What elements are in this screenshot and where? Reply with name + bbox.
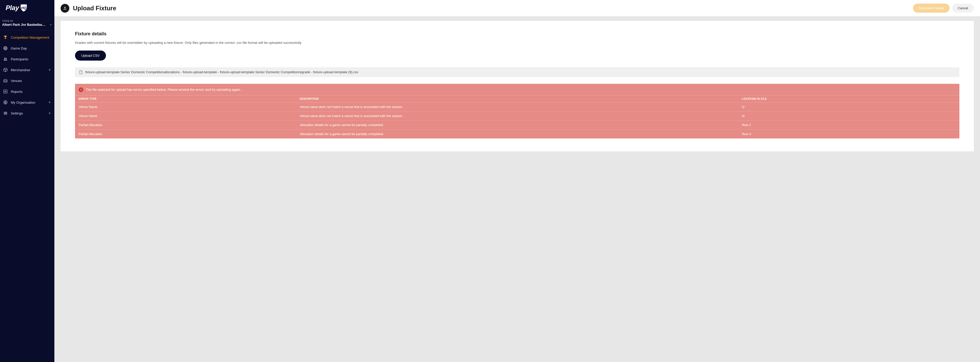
sidebar-item-venues[interactable]: Venues [0,75,54,86]
error-cell-type: Venue Name [75,102,296,112]
svg-point-2 [5,58,6,59]
error-row: Partial AllocationAllocation details for… [75,129,959,139]
error-row: Venue NameVenue name does not match a ve… [75,112,959,120]
sidebar-item-label: My Organisation [11,100,35,104]
sidebar-item-label: Settings [11,112,23,115]
sidebar-item-participants[interactable]: Participants [0,54,54,64]
upload-csv-button[interactable]: Upload CSV [75,51,106,61]
svg-point-6 [6,112,7,113]
arena-icon [3,78,8,83]
error-cell-type: Partial Allocation [75,120,296,129]
section-title: Fixture details [75,31,959,37]
generate-fixture-button[interactable]: Generate Fixture [913,3,950,13]
error-cell-type: Venue Name [75,112,296,120]
sidebar-item-competition-management[interactable]: Competition Management [0,32,54,43]
sidebar-item-label: Game Day [11,46,27,50]
error-icon [79,88,83,92]
file-icon [79,70,83,75]
svg-point-3 [6,58,7,59]
sidebar-item-label: Reports [11,90,23,94]
section-description: Grades with current fixtures will be ove… [75,40,959,45]
logo: Play HQ [0,0,54,16]
svg-point-8 [6,114,7,115]
page-title: Upload Fixture [73,5,116,12]
org-label: Using as [2,19,52,22]
sidebar-item-label: Merchandise [11,68,30,72]
error-panel: The file selected for upload has errors … [75,84,959,139]
chevron-down-icon [49,23,52,26]
error-row: Partial AllocationAllocation details for… [75,120,959,129]
sliders-icon [3,111,8,115]
org-switcher[interactable]: Using as Albert Park Jnr Basketball Asso… [0,16,54,30]
expand-icon: + [48,100,52,105]
org-name: Albert Park Jnr Basketball Associa [2,23,46,27]
error-cell-loc: I2 [738,102,959,112]
svg-point-7 [5,113,5,114]
sidebar-item-my-organisation[interactable]: My Organisation+ [0,97,54,108]
trophy-icon [3,35,8,40]
logo-text: Play [6,4,19,12]
error-cell-desc: Allocation details for a game cannot be … [296,120,738,129]
expand-icon: + [48,67,52,72]
svg-text:HQ: HQ [21,6,26,10]
error-col-type: ERROR TYPE [75,95,296,102]
error-cell-loc: Row 4 [738,129,959,139]
expand-icon: + [48,111,52,115]
sidebar-item-settings[interactable]: Settings+ [0,108,54,119]
topbar: Upload Fixture Generate Fixture Cancel [54,0,980,16]
sidebar-item-label: Competition Management [11,35,49,40]
globe-icon [3,100,8,105]
error-cell-loc: Row 2 [738,120,959,129]
error-cell-desc: Venue name does not match a venue that i… [296,102,738,112]
upload-icon [60,4,69,13]
error-cell-loc: I4 [738,112,959,120]
basketball-icon [3,46,8,51]
sidebar: Play HQ Using as Albert Park Jnr Basketb… [0,0,54,362]
sidebar-item-merchandise[interactable]: Merchandise+ [0,64,54,75]
sidebar-item-game-day[interactable]: Game Day [0,43,54,54]
error-cell-desc: Allocation details for a game cannot be … [296,129,738,139]
box-icon [3,67,8,72]
error-table: ERROR TYPE DESCRIPTION LOCATION IN FILE … [75,95,959,139]
fixture-card: Fixture details Grades with current fixt… [60,21,974,151]
logo-shield-icon: HQ [20,3,27,12]
people-icon [3,57,8,61]
cancel-button[interactable]: Cancel [952,3,974,13]
uploaded-file-row: fixture-upload-template Senior Domestic … [75,67,959,77]
uploaded-file-name: fixture-upload-template Senior Domestic … [85,70,358,74]
sidebar-nav: Competition ManagementGame DayParticipan… [0,30,54,119]
sidebar-item-reports[interactable]: Reports [0,86,54,97]
error-banner-text: The file selected for upload has errors … [86,88,241,91]
error-cell-type: Partial Allocation [75,129,296,139]
main: Upload Fixture Generate Fixture Cancel F… [54,0,980,362]
chart-icon [3,89,8,94]
error-cell-desc: Venue name does not match a venue that i… [296,112,738,120]
sidebar-item-label: Participants [11,57,29,61]
error-col-desc: DESCRIPTION [296,95,738,102]
error-col-loc: LOCATION IN FILE [738,95,959,102]
error-row: Venue NameVenue name does not match a ve… [75,102,959,112]
sidebar-item-label: Venues [11,79,22,83]
